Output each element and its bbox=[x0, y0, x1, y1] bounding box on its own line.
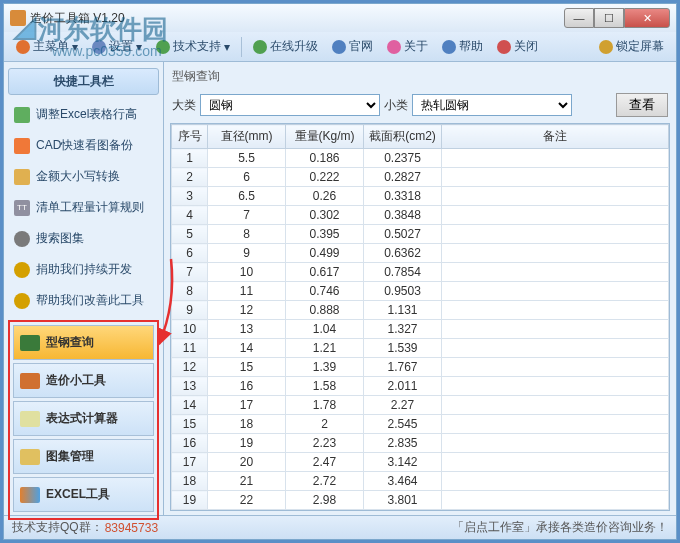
table-row[interactable]: 470.3020.3848 bbox=[172, 206, 669, 225]
table-header[interactable]: 重量(Kg/m) bbox=[286, 125, 364, 149]
sidebar-item-excel-row-height[interactable]: 调整Excel表格行高 bbox=[8, 99, 159, 130]
table-row[interactable]: 14171.782.27 bbox=[172, 396, 669, 415]
table-cell: 1.131 bbox=[364, 301, 442, 320]
titlebar: 造价工具箱 V1.20 — ☐ ✕ bbox=[4, 4, 676, 32]
toolbar-settings[interactable]: 设置▾ bbox=[86, 36, 148, 57]
help-icon bbox=[442, 40, 456, 54]
table-cell: 1.04 bbox=[286, 320, 364, 339]
table-cell: 20 bbox=[208, 453, 286, 472]
maximize-button[interactable]: ☐ bbox=[594, 8, 624, 28]
table-row[interactable]: 12151.391.767 bbox=[172, 358, 669, 377]
sidebar-item-cad-backup[interactable]: CAD快速看图备份 bbox=[8, 130, 159, 161]
sidebar-big-calculator[interactable]: 表达式计算器 bbox=[13, 401, 154, 436]
table-cell: 14 bbox=[208, 339, 286, 358]
excel-icon bbox=[14, 107, 30, 123]
table-row[interactable]: 580.3950.5027 bbox=[172, 225, 669, 244]
table-cell: 16 bbox=[208, 377, 286, 396]
table-cell: 17 bbox=[172, 453, 208, 472]
minimize-button[interactable]: — bbox=[564, 8, 594, 28]
table-row[interactable]: 7100.6170.7854 bbox=[172, 263, 669, 282]
table-row[interactable]: 20233.264.155 bbox=[172, 510, 669, 512]
table-cell bbox=[442, 377, 669, 396]
table-cell bbox=[442, 491, 669, 510]
table-row[interactable]: 19222.983.801 bbox=[172, 491, 669, 510]
sidebar-item-improve[interactable]: 帮助我们改善此工具 bbox=[8, 285, 159, 316]
sidebar-big-excel-tools[interactable]: EXCEL工具 bbox=[13, 477, 154, 512]
table-cell: 8 bbox=[208, 225, 286, 244]
table-cell: 23 bbox=[208, 510, 286, 512]
table-cell: 0.26 bbox=[286, 187, 364, 206]
window-close-button[interactable]: ✕ bbox=[624, 8, 670, 28]
table-cell: 10 bbox=[208, 263, 286, 282]
gear-icon bbox=[92, 40, 106, 54]
table-cell: 1.327 bbox=[364, 320, 442, 339]
table-cell: 0.499 bbox=[286, 244, 364, 263]
table-row[interactable]: 10131.041.327 bbox=[172, 320, 669, 339]
sidebar-big-small-tools[interactable]: 造价小工具 bbox=[13, 363, 154, 398]
table-header[interactable]: 序号 bbox=[172, 125, 208, 149]
table-cell: 4 bbox=[172, 206, 208, 225]
toolbar-main-menu[interactable]: 主菜单▾ bbox=[10, 36, 84, 57]
sidebar-big-atlas-mgmt[interactable]: 图集管理 bbox=[13, 439, 154, 474]
toolbar-official-site[interactable]: 官网 bbox=[326, 36, 379, 57]
category-main-select[interactable]: 圆钢 bbox=[200, 94, 380, 116]
table-row[interactable]: 260.2220.2827 bbox=[172, 168, 669, 187]
table-cell: 3.142 bbox=[364, 453, 442, 472]
data-table: 序号直径(mm)重量(Kg/m)截面积(cm2)备注 15.50.1860.23… bbox=[171, 124, 669, 511]
table-cell: 0.302 bbox=[286, 206, 364, 225]
category-sub-select[interactable]: 热轧圆钢 bbox=[412, 94, 572, 116]
chevron-down-icon: ▾ bbox=[136, 40, 142, 54]
table-cell: 1.767 bbox=[364, 358, 442, 377]
table-row[interactable]: 36.50.260.3318 bbox=[172, 187, 669, 206]
sidebar-item-amount-convert[interactable]: 金额大小写转换 bbox=[8, 161, 159, 192]
table-row[interactable]: 8110.7460.9503 bbox=[172, 282, 669, 301]
table-row[interactable]: 690.4990.6362 bbox=[172, 244, 669, 263]
table-row[interactable]: 9120.8881.131 bbox=[172, 301, 669, 320]
table-cell: 9 bbox=[208, 244, 286, 263]
data-table-wrap[interactable]: 序号直径(mm)重量(Kg/m)截面积(cm2)备注 15.50.1860.23… bbox=[170, 123, 670, 511]
table-cell: 6.5 bbox=[208, 187, 286, 206]
table-header[interactable]: 备注 bbox=[442, 125, 669, 149]
table-cell: 17 bbox=[208, 396, 286, 415]
toolbar-close[interactable]: 关闭 bbox=[491, 36, 544, 57]
table-cell: 3 bbox=[172, 187, 208, 206]
table-row[interactable]: 18212.723.464 bbox=[172, 472, 669, 491]
table-cell: 2.72 bbox=[286, 472, 364, 491]
upgrade-icon bbox=[253, 40, 267, 54]
table-cell bbox=[442, 396, 669, 415]
table-row[interactable]: 16192.232.835 bbox=[172, 434, 669, 453]
status-left-label: 技术支持QQ群： bbox=[12, 519, 103, 536]
sidebar-item-calc-rules[interactable]: TT清单工程量计算规则 bbox=[8, 192, 159, 223]
table-row[interactable]: 17202.473.142 bbox=[172, 453, 669, 472]
toolbar-online-upgrade[interactable]: 在线升级 bbox=[247, 36, 324, 57]
table-cell: 4.155 bbox=[364, 510, 442, 512]
sidebar-big-steel-query[interactable]: 型钢查询 bbox=[13, 325, 154, 360]
view-button[interactable]: 查看 bbox=[616, 93, 668, 117]
close-icon bbox=[497, 40, 511, 54]
lock-icon bbox=[599, 40, 613, 54]
table-cell bbox=[442, 244, 669, 263]
toolbar-tech-support[interactable]: 技术支持▾ bbox=[150, 36, 236, 57]
toolbar-about[interactable]: 关于 bbox=[381, 36, 434, 57]
table-cell: 6 bbox=[208, 168, 286, 187]
table-cell: 18 bbox=[208, 415, 286, 434]
toolbar-lock-screen[interactable]: 锁定屏幕 bbox=[593, 36, 670, 57]
table-row[interactable]: 151822.545 bbox=[172, 415, 669, 434]
table-cell: 10 bbox=[172, 320, 208, 339]
table-row[interactable]: 15.50.1860.2375 bbox=[172, 149, 669, 168]
table-cell: 7 bbox=[172, 263, 208, 282]
table-cell: 3.26 bbox=[286, 510, 364, 512]
sidebar-item-search-atlas[interactable]: 搜索图集 bbox=[8, 223, 159, 254]
sidebar-item-donate[interactable]: 捐助我们持续开发 bbox=[8, 254, 159, 285]
table-cell: 5 bbox=[172, 225, 208, 244]
toolbar-help[interactable]: 帮助 bbox=[436, 36, 489, 57]
table-row[interactable]: 13161.582.011 bbox=[172, 377, 669, 396]
table-cell: 20 bbox=[172, 510, 208, 512]
table-row[interactable]: 11141.211.539 bbox=[172, 339, 669, 358]
calc-icon bbox=[20, 411, 40, 427]
table-header[interactable]: 截面积(cm2) bbox=[364, 125, 442, 149]
table-header[interactable]: 直径(mm) bbox=[208, 125, 286, 149]
table-cell: 0.3848 bbox=[364, 206, 442, 225]
highlight-annotation: 型钢查询 造价小工具 表达式计算器 图集管理 EXCEL工具 bbox=[8, 320, 159, 520]
table-cell bbox=[442, 206, 669, 225]
